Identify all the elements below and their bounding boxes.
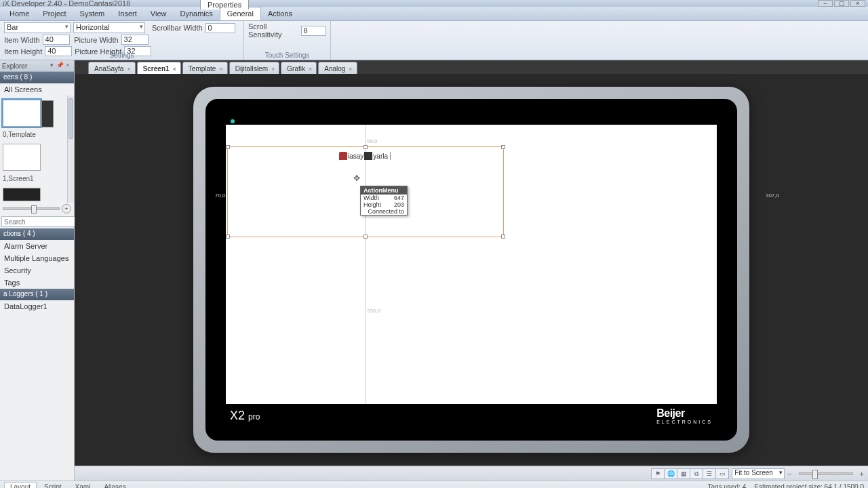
canvas-status-bar: ⚑ 🌐 ▦ ⧉ ☰ ▭ Fit to Screen − + [75,466,868,481]
window-title: iX Developer 2.40 - DemoCantasi2018 [3,0,818,7]
close-button[interactable]: × [850,0,865,7]
loggers-section-header[interactable]: a Loggers ( 1 ) [0,289,74,300]
function-tags[interactable]: Tags [0,277,74,289]
tab-close-icon[interactable]: × [349,66,352,73]
thumb-label-1[interactable]: 1,Screen1 [0,172,67,184]
thumb-group-2[interactable] [0,184,67,203]
bar-type-combo[interactable]: Bar [4,22,71,33]
tooltip-key: Width [361,195,389,201]
menu-actions[interactable]: Actions [261,7,299,20]
tab-template[interactable]: Template× [182,62,228,74]
tab-analog[interactable]: Analog× [318,62,357,74]
thumb-zoom-slider[interactable] [3,207,60,210]
thumb-zoom-in-button[interactable]: + [62,204,71,214]
resize-handle[interactable] [363,145,368,149]
all-screens-item[interactable]: All Screens [0,83,74,96]
zoom-fit-combo[interactable]: Fit to Screen [732,468,785,479]
resize-handle[interactable] [363,235,368,239]
window-controls: – ▢ × [818,0,865,7]
zoom-slider[interactable] [799,472,853,475]
function-security[interactable]: Security [0,264,74,277]
screen-thumbnail-2[interactable] [3,188,41,201]
picture-width-label: Picture Width [73,36,119,44]
tab-close-icon[interactable]: × [127,66,130,73]
resize-handle[interactable] [226,235,230,239]
view-tab-aliases[interactable]: Aliases [98,482,132,488]
device-model-label: X2 pro [230,409,260,423]
tab-close-icon[interactable]: × [219,66,222,73]
thumb-mini-icon [41,100,54,127]
guide-label-right: 307,0 [766,192,779,199]
function-multiple-languages[interactable]: Multiple Languages [0,252,74,264]
menu-view[interactable]: View [144,7,174,20]
thumb-group-1[interactable] [0,140,67,172]
tooltip-val: 647 [389,195,407,201]
ribbon-group-label-settings: Settings [0,52,243,59]
tab-grafik[interactable]: Grafik× [281,62,317,74]
dropdown-icon[interactable]: ▾ [47,62,56,70]
tab-close-icon[interactable]: × [271,66,275,73]
properties-context-tab[interactable]: Properties [200,0,249,9]
tooltip-header: ActionMenu [361,186,407,195]
thumb-label-0[interactable]: 0,Template [0,128,67,140]
view-tab-layout[interactable]: Layout [4,482,37,488]
thumbs-scrollbar[interactable] [67,96,74,203]
device-inner: 59,0 70,0 307,0 336,0 [205,99,737,441]
menu-insert[interactable]: Insert [111,7,144,20]
screen-thumbnail-1[interactable] [3,144,41,171]
menu-home[interactable]: Home [3,7,36,20]
resize-handle[interactable] [226,145,230,149]
view-grid-icon[interactable]: ▦ [677,468,690,479]
zoom-out-button[interactable]: − [787,470,791,478]
menu-bar: Home Project System Insert View Dynamics… [0,7,868,21]
ribbon-group-settings: Bar Horizontal Scrollbar Width 0 Item Wi… [0,21,244,60]
item-width-label: Item Width [4,36,40,44]
guide-label-bottom: 336,0 [367,308,380,314]
tab-close-icon[interactable]: × [309,66,312,73]
tooltip-val: 203 [389,201,407,208]
house-icon [339,152,347,160]
tab-close-icon[interactable]: × [173,66,176,73]
tab-anasayfa[interactable]: AnaSayfa× [88,62,136,74]
view-outline-icon[interactable]: ▭ [715,468,729,479]
tab-dijitalislem[interactable]: DijitalIslem× [229,62,280,74]
zoom-in-button[interactable]: + [860,470,864,478]
placed-actionmenu-object[interactable]: iasay yarla [338,152,391,160]
document-tabs: AnaSayfa× Screen1× Template× DijitalIsle… [75,60,868,74]
menu-system[interactable]: System [73,7,112,20]
scrollbar-width-input[interactable]: 0 [205,23,235,33]
scroll-sensitivity-input[interactable]: 8 [301,26,326,36]
view-tab-xaml[interactable]: Xaml [69,482,97,488]
functions-section-header[interactable]: ctions ( 4 ) [0,228,74,240]
status-tags-used: Tags used: 4 [708,483,747,488]
view-globe-icon[interactable]: 🌐 [664,468,677,479]
placed-label-b: yarla [373,152,388,160]
tab-screen1[interactable]: Screen1× [137,62,181,74]
minimize-button[interactable]: – [818,0,833,7]
view-tab-script[interactable]: Script [38,482,68,488]
logger-item-0[interactable]: DataLogger1 [0,300,74,312]
title-bar: iX Developer 2.40 - DemoCantasi2018 Prop… [0,0,868,7]
thumb-group-0[interactable] [0,96,67,128]
close-panel-icon[interactable]: × [64,62,72,70]
view-layers-icon[interactable]: ☰ [703,468,716,479]
explorer-header: Explorer ▾ 📌 × [0,60,74,72]
canvas-viewport[interactable]: 59,0 70,0 307,0 336,0 [75,74,868,466]
view-snap-icon[interactable]: ⧉ [690,468,703,479]
screen-thumbnail-0[interactable] [3,100,41,127]
resize-handle[interactable] [501,145,505,149]
item-width-input[interactable]: 40 [43,35,70,45]
resize-handle[interactable] [501,235,505,239]
view-flag-icon[interactable]: ⚑ [651,468,665,479]
screens-section-header[interactable]: eens ( 8 ) [0,72,74,83]
ribbon-group-label-touch: Touch Settings [244,52,330,59]
function-alarm-server[interactable]: Alarm Server [0,240,74,252]
device-brand-label: Beijer ELECTRONICS [656,407,713,424]
picture-width-input[interactable]: 32 [121,35,149,45]
canvas-area: AnaSayfa× Screen1× Template× DijitalIsle… [75,60,868,481]
orientation-combo[interactable]: Horizontal [73,22,145,33]
pin-icon[interactable]: 📌 [56,62,64,70]
design-surface[interactable]: 59,0 70,0 307,0 336,0 [226,125,717,404]
maximize-button[interactable]: ▢ [834,0,849,7]
menu-project[interactable]: Project [36,7,73,20]
